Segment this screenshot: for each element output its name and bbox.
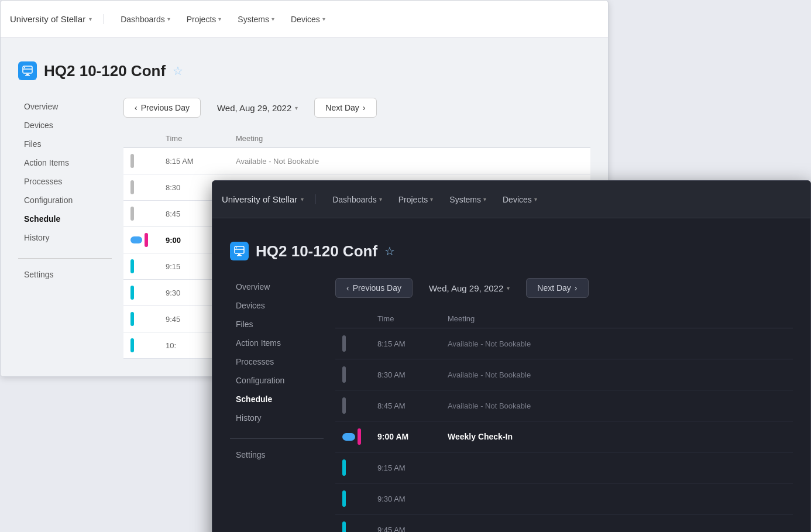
row-indicator-light: [130, 338, 134, 352]
time-cell-dark: 9:15 AM: [377, 464, 448, 472]
row-indicator-dark: [342, 366, 346, 383]
next-day-button-dark[interactable]: Next Day ›: [526, 278, 588, 298]
time-cell-dark: 8:15 AM: [377, 339, 448, 348]
row-indicator-light: [130, 259, 134, 273]
time-cell-dark: 8:30 AM: [377, 370, 448, 379]
pink-bar-light: [145, 233, 148, 247]
favorite-star-dark[interactable]: ☆: [384, 244, 395, 258]
blue-pill-dark: [342, 433, 355, 441]
sidebar-action-items-dark[interactable]: Action Items: [230, 334, 324, 352]
sidebar-light: Overview Devices Files Action Items Proc…: [18, 98, 123, 359]
nav-projects-light[interactable]: Projects ▾: [180, 11, 229, 28]
projects-chevron-dark: ▾: [430, 196, 433, 202]
prev-day-button-dark[interactable]: ‹ Previous Day: [335, 278, 413, 298]
sidebar-devices-light[interactable]: Devices: [18, 116, 112, 134]
dashboards-chevron-dark: ▾: [379, 196, 382, 202]
page-title-light: HQ2 10-120 Conf: [44, 62, 166, 80]
sidebar-configuration-light[interactable]: Configuration: [18, 191, 112, 209]
next-day-button-light[interactable]: Next Day ›: [314, 98, 376, 118]
meeting-cell-dark: Available - Not Bookable: [448, 401, 786, 410]
meeting-cell-dark: Available - Not Bookable: [448, 339, 786, 348]
time-cell-dark: 9:30 AM: [377, 495, 448, 503]
nav-devices-dark[interactable]: Devices ▾: [496, 191, 544, 208]
page-title-dark: HQ2 10-120 Conf: [256, 242, 377, 260]
sidebar-processes-dark[interactable]: Processes: [230, 353, 324, 370]
schedule-row-dark: 8:45 AM Available - Not Bookable: [335, 390, 793, 421]
nav-devices-light[interactable]: Devices ▾: [284, 11, 332, 28]
col-indicator-dark: [342, 314, 377, 323]
nav-brand-light[interactable]: University of Stellar ▾: [10, 14, 104, 24]
time-cell-dark: 8:45 AM: [377, 401, 448, 410]
sidebar-overview-light[interactable]: Overview: [18, 98, 112, 115]
row-indicator-dark: [342, 459, 346, 476]
date-display-dark[interactable]: Wed, Aug 29, 2022 ▾: [420, 279, 519, 298]
room-icon-light: [18, 61, 37, 80]
sidebar-settings-dark[interactable]: Settings: [230, 446, 324, 464]
sidebar-divider-light: [18, 258, 112, 259]
schedule-header-light: Time Meeting: [123, 129, 590, 148]
prev-day-button-light[interactable]: ‹ Previous Day: [123, 98, 201, 118]
room-svg-dark: [233, 245, 245, 257]
sidebar-dark: Overview Devices Files Action Items Proc…: [230, 278, 335, 532]
sidebar-devices-dark[interactable]: Devices: [230, 297, 324, 314]
schedule-table-dark: Time Meeting 8:15 AM Available - Not Boo…: [335, 310, 793, 532]
row-indicator-dark: [342, 335, 346, 352]
nav-systems-dark[interactable]: Systems ▾: [442, 191, 493, 208]
room-icon-dark: [230, 242, 249, 260]
date-display-light[interactable]: Wed, Aug 29, 2022 ▾: [208, 98, 307, 118]
sidebar-history-light[interactable]: History: [18, 229, 112, 246]
sidebar-files-light[interactable]: Files: [18, 135, 112, 153]
sidebar-action-items-light[interactable]: Action Items: [18, 154, 112, 171]
sidebar-files-dark[interactable]: Files: [230, 315, 324, 333]
svg-point-7: [236, 248, 237, 249]
meeting-cell-light: Available - Not Bookable: [236, 157, 583, 166]
nav-brand-dark[interactable]: University of Stellar ▾: [222, 194, 316, 204]
date-nav-dark: ‹ Previous Day Wed, Aug 29, 2022 ▾ Next …: [335, 278, 793, 298]
row-indicator-light: [130, 154, 134, 168]
nav-items-dark: Dashboards ▾ Projects ▾ Systems ▾ Device…: [316, 191, 544, 208]
svg-rect-9: [237, 255, 242, 256]
schedule-row-dark: 8:30 AM Available - Not Bookable: [335, 359, 793, 390]
content-area-dark: Overview Devices Files Action Items Proc…: [230, 278, 793, 532]
sidebar-nav-dark: Overview Devices Files Action Items Proc…: [230, 278, 324, 427]
page-title-area-dark: HQ2 10-120 Conf ☆: [230, 242, 793, 260]
nav-dashboards-dark[interactable]: Dashboards ▾: [325, 191, 389, 208]
date-nav-light: ‹ Previous Day Wed, Aug 29, 2022 ▾ Next …: [123, 98, 590, 118]
brand-text-light: University of Stellar: [10, 14, 85, 24]
nav-systems-light[interactable]: Systems ▾: [231, 11, 281, 28]
time-cell-light: 8:15 AM: [166, 157, 236, 166]
brand-chevron-dark: ▾: [301, 196, 304, 202]
blue-pill-light: [130, 236, 142, 243]
systems-chevron-light: ▾: [272, 16, 274, 22]
sidebar-processes-light[interactable]: Processes: [18, 173, 112, 190]
meeting-cell-dark: Available - Not Bookable: [448, 370, 786, 379]
col-indicator-light: [130, 134, 166, 143]
nav-projects-dark[interactable]: Projects ▾: [391, 191, 441, 208]
sidebar-overview-dark[interactable]: Overview: [230, 278, 324, 296]
nav-items-light: Dashboards ▾ Projects ▾ Systems ▾ Device…: [104, 11, 332, 28]
row-indicator-light: [130, 286, 134, 300]
sidebar-schedule-dark[interactable]: Schedule: [230, 390, 324, 408]
event-indicators-dark: [342, 428, 377, 445]
row-indicator-light: [130, 180, 134, 194]
time-cell-dark: 9:45 AM: [377, 526, 448, 533]
dashboards-chevron-light: ▾: [167, 16, 170, 22]
schedule-row-dark: 9:30 AM: [335, 483, 793, 514]
schedule-header-dark: Time Meeting: [335, 310, 793, 328]
devices-chevron-light: ▾: [322, 16, 325, 22]
nav-dashboards-light[interactable]: Dashboards ▾: [114, 11, 177, 28]
col-meeting-dark: Meeting: [448, 314, 786, 323]
date-chevron-dark: ▾: [507, 285, 510, 291]
sidebar-settings-light[interactable]: Settings: [18, 266, 112, 283]
favorite-star-light[interactable]: ☆: [173, 64, 183, 78]
schedule-row-dark: 9:15 AM: [335, 452, 793, 483]
next-chevron-light: ›: [363, 103, 366, 112]
body-dark: HQ2 10-120 Conf ☆ Overview Devices Files: [212, 218, 810, 532]
date-chevron-light: ▾: [295, 105, 298, 111]
schedule-row-light: 8:15 AM Available - Not Bookable: [123, 148, 590, 174]
sidebar-schedule-light[interactable]: Schedule: [18, 210, 112, 228]
col-time-dark: Time: [377, 314, 448, 323]
schedule-row-event-dark: 9:00 AM Weekly Check-In: [335, 421, 793, 452]
sidebar-history-dark[interactable]: History: [230, 409, 324, 427]
sidebar-configuration-dark[interactable]: Configuration: [230, 372, 324, 389]
